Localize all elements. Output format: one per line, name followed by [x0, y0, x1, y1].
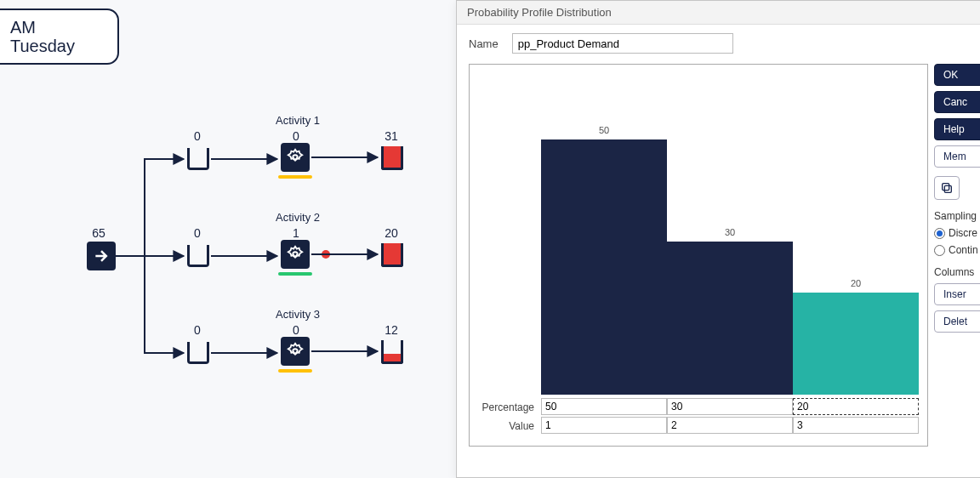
sampling-group-label: Sampling [934, 210, 980, 222]
cancel-button[interactable]: Canc [934, 91, 980, 113]
process-diagram: 65 0 Activity 1 0 31 0 Activity 2 1 20 0… [85, 111, 442, 400]
ok-button[interactable]: OK [934, 64, 980, 86]
help-button[interactable]: Help [934, 118, 980, 140]
chart-bar[interactable] [541, 139, 667, 395]
svg-rect-3 [944, 185, 951, 192]
sampling-discrete-radio[interactable]: Discre [934, 227, 980, 239]
value-cell[interactable] [541, 417, 667, 434]
radio-label: Discre [949, 227, 977, 239]
radio-icon [934, 245, 945, 256]
bar-value-label: 50 [541, 125, 667, 135]
insert-column-button[interactable]: Inser [934, 283, 980, 305]
radio-label: Contin [949, 244, 978, 256]
bar-value-label: 30 [667, 227, 793, 237]
percentage-cell[interactable] [541, 398, 667, 415]
columns-group-label: Columns [934, 266, 980, 278]
percentage-row-label: Percentage [475, 401, 534, 413]
clock-line1: AM [10, 18, 109, 37]
dialog-title: Probability Profile Distribution [457, 1, 980, 25]
chart-bar[interactable] [793, 293, 919, 395]
clock-widget: AM Tuesday [0, 9, 119, 65]
copy-icon[interactable] [934, 176, 960, 200]
bar-value-label: 20 [793, 278, 919, 288]
percentage-cell[interactable] [667, 398, 793, 415]
distribution-chart: 50 30 20 Percentage Value [469, 64, 928, 447]
probability-profile-dialog: Probability Profile Distribution Name 50… [456, 0, 980, 478]
value-cell[interactable] [793, 417, 919, 434]
svg-rect-4 [943, 184, 949, 191]
radio-icon [934, 228, 945, 239]
name-label: Name [469, 37, 499, 50]
value-row-label: Value [475, 420, 534, 432]
chart-bar[interactable] [667, 242, 793, 395]
profile-name-input[interactable] [512, 33, 733, 54]
clock-line2: Tuesday [10, 37, 109, 55]
sampling-continuous-radio[interactable]: Contin [934, 244, 980, 256]
flow-arrows [85, 111, 442, 400]
memo-button[interactable]: Mem [934, 145, 980, 168]
percentage-cell[interactable] [793, 398, 919, 415]
delete-column-button[interactable]: Delet [934, 310, 980, 333]
value-cell[interactable] [667, 417, 793, 434]
